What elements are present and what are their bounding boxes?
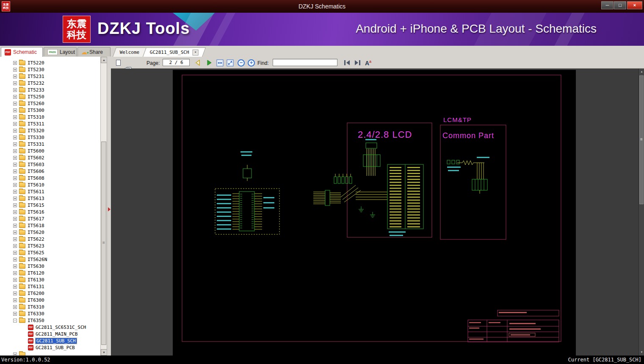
title-bar[interactable]: 东震 科技 DZKJ Schematics ─ □ × — [0, 0, 644, 13]
tree-folder-label[interactable]: IT5608 — [28, 175, 44, 181]
tree-doc-label[interactable]: GC2811_SUB_SCH — [36, 338, 77, 344]
viewer-scrollbar[interactable]: ▲ ≡ ▼ — [638, 69, 644, 356]
tree-doc-row[interactable]: PDFGC2811_MAIN_PCB — [0, 331, 100, 337]
expand-toggle-icon[interactable]: + — [13, 183, 17, 187]
tree-folder-label[interactable]: IT5232 — [28, 81, 44, 86]
tree-folder-row[interactable]: +IT5608 — [0, 175, 100, 181]
close-tab-icon[interactable]: × — [193, 50, 199, 56]
tree-folder-row[interactable]: +IT5260 — [0, 100, 100, 107]
expand-toggle-icon[interactable]: + — [13, 271, 17, 275]
expand-toggle-icon[interactable]: + — [13, 81, 17, 85]
tree-folder-row[interactable]: +IT5617 — [0, 215, 100, 222]
document-page[interactable]: 2.4/2.8 LCD LCM&TP Common Part — [173, 70, 576, 356]
expand-toggle-icon[interactable]: + — [13, 156, 17, 160]
expand-toggle-icon[interactable]: - — [13, 319, 17, 322]
scroll-up-icon[interactable]: ▲ — [639, 69, 644, 75]
tree-folder-row[interactable]: -IT6350 — [0, 317, 100, 324]
tree-doc-row[interactable]: PDFGC2811_SUB_SCH — [0, 337, 100, 344]
previous-page-button[interactable] — [194, 59, 202, 67]
scrollbar-thumb[interactable]: ≡ — [639, 75, 644, 204]
tree-folder-label[interactable]: IT5615 — [28, 203, 44, 208]
tree-folder-row[interactable]: +IT6330 — [0, 310, 100, 317]
expand-toggle-icon[interactable]: + — [13, 224, 17, 228]
expand-toggle-icon[interactable]: + — [13, 353, 17, 356]
tree-folder-label[interactable]: IT5606 — [28, 169, 44, 174]
close-button[interactable]: × — [627, 1, 642, 9]
tree-folder-label[interactable]: IT5603 — [28, 162, 44, 167]
tree-doc-label[interactable]: GC2811_SC6531C_SCH — [36, 325, 86, 330]
tree-folder-label[interactable]: IT5616 — [28, 209, 44, 215]
tree-folder-label[interactable]: IT5310 — [28, 114, 44, 120]
tree-folder-row[interactable]: +IT6131 — [0, 283, 100, 290]
tree-folder-row[interactable]: +IT5300 — [0, 107, 100, 114]
expand-toggle-icon[interactable]: + — [13, 176, 17, 180]
tab-welcome[interactable]: Welcome — [113, 47, 146, 57]
tab-share[interactable]: ☁+ Share — [77, 47, 111, 56]
expand-toggle-icon[interactable]: + — [13, 292, 17, 295]
tree-folder-label[interactable]: IT6350 — [28, 318, 44, 323]
expand-toggle-icon[interactable]: + — [13, 61, 17, 65]
tab-schematic[interactable]: PDF Schematic — [1, 47, 43, 57]
expand-toggle-icon[interactable]: + — [13, 190, 17, 194]
tree-folder-label[interactable]: IT5630 — [28, 264, 44, 269]
tree-folder-row[interactable]: +IT5232 — [0, 80, 100, 86]
expand-toggle-icon[interactable]: + — [13, 163, 17, 167]
tree-folder-row[interactable]: +IT5331 — [0, 141, 100, 147]
expand-toggle-icon[interactable]: + — [13, 298, 17, 302]
tree-folder-label[interactable]: IT5602 — [28, 155, 44, 161]
tree-folder-label[interactable]: IT5260 — [28, 101, 44, 106]
expand-toggle-icon[interactable]: + — [13, 251, 17, 255]
expand-toggle-icon[interactable]: + — [13, 149, 17, 153]
tree-folder-label[interactable]: IT5220 — [28, 60, 44, 66]
tree-folder-label[interactable]: IT5620 — [28, 230, 44, 235]
tree-folder-row[interactable]: +IT6310 — [0, 303, 100, 310]
tree-folder-row[interactable]: +IT5603 — [0, 161, 100, 168]
tree-folder-row[interactable]: +IT5625 — [0, 249, 100, 256]
minimize-button[interactable]: ─ — [601, 1, 614, 9]
tree-folder-row[interactable]: +IT5620 — [0, 229, 100, 236]
expand-toggle-icon[interactable]: + — [13, 197, 17, 200]
tree-folder-label[interactable]: IT6300 — [28, 297, 44, 303]
tree-folder-label[interactable]: IT5233 — [28, 87, 44, 93]
tree-folder-label[interactable]: IT5600 — [28, 148, 44, 154]
tree-folder-row[interactable]: +IT5613 — [0, 195, 100, 202]
expand-toggle-icon[interactable]: + — [13, 108, 17, 112]
tree-folder-label[interactable]: IT6330 — [28, 311, 44, 317]
tree-doc-label[interactable]: GC2811_MAIN_PCB — [36, 331, 77, 337]
expand-toggle-icon[interactable]: + — [13, 264, 17, 268]
tree-folder-label[interactable]: IT5331 — [28, 142, 44, 147]
expand-toggle-icon[interactable]: + — [13, 68, 17, 72]
tree-folder-label[interactable]: IT5626N — [28, 257, 47, 262]
tree-folder-row[interactable]: +IT5611 — [0, 188, 100, 195]
fit-width-button[interactable] — [216, 59, 224, 67]
expand-toggle-icon[interactable]: + — [13, 305, 17, 309]
tree-folder-label[interactable]: IT5330 — [28, 135, 44, 140]
tree-folder-label[interactable]: IT5320 — [28, 128, 44, 133]
find-previous-button[interactable] — [343, 59, 351, 67]
expand-toggle-icon[interactable]: + — [13, 217, 17, 221]
tree-folder-label[interactable]: IT5622 — [28, 236, 44, 242]
expand-toggle-icon[interactable]: + — [13, 285, 17, 289]
fit-page-button[interactable] — [226, 59, 234, 67]
tree-folder-row[interactable]: +IT5600 — [0, 147, 100, 154]
tree-folder-row[interactable]: +IT5618 — [0, 222, 100, 229]
tree-folder-row[interactable]: +IT5320 — [0, 127, 100, 134]
scroll-up-icon[interactable]: ▲ — [101, 57, 107, 63]
find-next-button[interactable] — [353, 59, 361, 67]
expand-toggle-icon[interactable]: + — [13, 210, 17, 214]
tree-folder-label[interactable]: IT5613 — [28, 196, 44, 201]
tree-folder-row[interactable]: +IT6300 — [0, 297, 100, 303]
tree-folder-label[interactable]: IT5230 — [28, 67, 44, 72]
scroll-down-icon[interactable]: ▼ — [101, 349, 107, 356]
expand-toggle-icon[interactable]: + — [13, 115, 17, 119]
tree-folder-row[interactable]: +IT5233 — [0, 86, 100, 93]
maximize-button[interactable]: □ — [614, 1, 626, 9]
expand-toggle-icon[interactable]: + — [13, 258, 17, 261]
tree-doc-label[interactable]: GC2811_SUB_PCB — [36, 345, 75, 350]
scrollbar-thumb[interactable]: ≡ — [101, 142, 106, 345]
expand-toggle-icon[interactable]: + — [13, 136, 17, 139]
expand-toggle-icon[interactable]: + — [13, 129, 17, 133]
tree-folder-label[interactable]: IT6120 — [28, 270, 44, 276]
expand-toggle-icon[interactable]: + — [13, 312, 17, 316]
tree-folder-label[interactable]: IT5311 — [28, 121, 44, 127]
